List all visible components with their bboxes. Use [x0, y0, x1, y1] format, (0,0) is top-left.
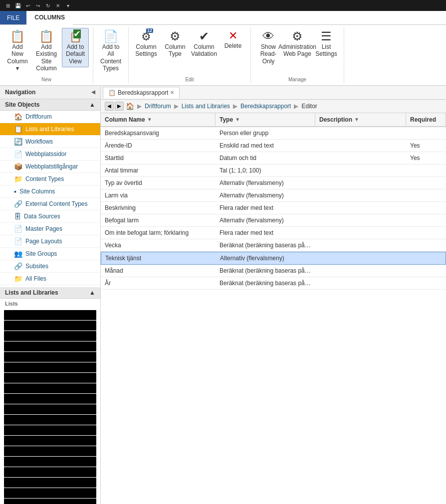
list-item-13[interactable] [4, 436, 96, 446]
list-item-18[interactable] [4, 488, 96, 498]
nav-item-lists-and-libraries[interactable]: 📋 Lists and Libraries [0, 123, 100, 136]
lists-and-libraries-section-header[interactable]: Lists and Libraries ▲ [0, 287, 100, 299]
list-item-15[interactable] [4, 457, 96, 467]
col-header-name[interactable]: Column Name ▼ [101, 113, 216, 126]
nav-item-master-pages[interactable]: 📄 Master Pages [0, 223, 100, 235]
cell-req-9 [406, 239, 446, 251]
col-header-type[interactable]: Type ▼ [216, 113, 315, 126]
ribbon-group-content-types: 📄 Add to AllContent Types [93, 27, 129, 83]
delete-button[interactable]: ✕ Delete [220, 28, 246, 52]
nav-item-data-sources[interactable]: 🗄 Data Sources [0, 210, 100, 223]
nav-item-site-groups[interactable]: 👥 Site Groups [0, 248, 100, 260]
list-item-3[interactable] [4, 331, 96, 341]
nav-item-webbplatssidor[interactable]: 📄 Webbplatssidor [0, 148, 100, 161]
column-type-button[interactable]: ⚙ ColumnType [162, 28, 189, 60]
tab-columns[interactable]: COLUMNS [26, 11, 73, 25]
cell-req-8 [406, 227, 446, 239]
quick-access-save[interactable]: 💾 [14, 1, 22, 9]
cell-req-0 [406, 127, 446, 139]
table-row[interactable]: Antal timmar Tal (1; 1,0; 100) [101, 165, 446, 177]
lists-label: Lists and Libraries [25, 126, 74, 133]
add-to-all-content-types-button[interactable]: 📄 Add to AllContent Types [97, 28, 124, 75]
quick-access-more[interactable]: ▾ [64, 1, 72, 9]
table-row[interactable]: Beskrivning Flera rader med text [101, 202, 446, 214]
add-existing-site-column-button[interactable]: 📋 Add ExistingSite Column [33, 28, 60, 75]
nav-item-subsites[interactable]: 🔗 Subsites [0, 260, 100, 273]
column-validation-icon: ✔ [199, 30, 209, 42]
list-item-8[interactable] [4, 383, 96, 393]
table-row[interactable]: Beredskapsansvarig Person eller grupp [101, 127, 446, 140]
table-row[interactable]: Vecka Beräknat (beräkning baseras på ... [101, 239, 446, 252]
cell-req-12 [406, 277, 446, 289]
quick-access-redo[interactable]: ↪ [34, 1, 42, 9]
column-settings-button[interactable]: ⚙ 12 ColumnSettings [133, 28, 160, 60]
table-row[interactable]: Teknisk tjänst Alternativ (flervalsmeny) [101, 252, 446, 265]
list-item-16[interactable] [4, 467, 96, 477]
administration-web-page-button[interactable]: ⚙ AdministrationWeb Page [284, 28, 311, 60]
list-item-12[interactable] [4, 425, 96, 435]
site-objects-header[interactable]: Site Objects ▲ [0, 99, 100, 111]
breadcrumb-driftforum[interactable]: Driftforum [145, 103, 171, 110]
ribbon-tabs: FILE COLUMNS [0, 11, 446, 25]
breadcrumb-home-icon: 🏠 [126, 102, 134, 110]
content-tab-close[interactable]: ✕ [170, 90, 174, 95]
breadcrumb-beredskapsrapport[interactable]: Beredskapsrapport [240, 103, 291, 110]
list-settings-button[interactable]: ☰ ListSettings [313, 28, 340, 60]
content-tab-beredskapsrapport[interactable]: 📋 Beredskapsrapport ✕ [103, 87, 180, 98]
table-row[interactable]: Starttid Datum och tid Yes [101, 152, 446, 165]
list-item-9[interactable] [4, 394, 96, 404]
list-item-2[interactable] [4, 321, 96, 331]
data-sources-label: Data Sources [24, 213, 60, 220]
table-row[interactable]: Befogat larm Alternativ (flervalsmeny) [101, 214, 446, 227]
show-read-only-button[interactable]: 👁 ShowRead-Only [255, 28, 282, 67]
table-row[interactable]: År Beräknat (beräkning baseras på ... [101, 277, 446, 290]
list-item-5[interactable] [4, 352, 96, 362]
nav-item-page-layouts[interactable]: 📄 Page Layouts [0, 235, 100, 248]
table-row[interactable]: Larm via Alternativ (flervalsmeny) [101, 189, 446, 202]
table-row[interactable]: Månad Beräknat (beräkning baseras på ... [101, 265, 446, 277]
nav-collapse-icon[interactable]: ◀ [91, 89, 95, 95]
column-validation-button[interactable]: ✔ ColumnValidation [191, 28, 218, 60]
list-item-11[interactable] [4, 415, 96, 425]
nav-item-workflows[interactable]: 🔄 Workflows [0, 136, 100, 148]
ribbon-group-edit: ⚙ 12 ColumnSettings ⚙ ColumnType ✔ Colum… [129, 27, 251, 83]
nav-item-driftforum[interactable]: 🏠 Driftforum [0, 111, 100, 123]
list-item-10[interactable] [4, 404, 96, 414]
list-item-4[interactable] [4, 341, 96, 351]
nav-item-all-files[interactable]: 📁 All Files [0, 273, 100, 285]
quick-access-undo[interactable]: ↩ [24, 1, 32, 9]
ribbon-group-content-types-items: 📄 Add to AllContent Types [97, 27, 124, 81]
cell-desc-6 [315, 202, 406, 214]
tab-file[interactable]: FILE [0, 11, 26, 24]
add-to-default-view-button[interactable]: ✔ 📋 Add toDefault View [62, 28, 89, 67]
cell-type-3: Tal (1; 1,0; 100) [216, 165, 315, 176]
table-row[interactable]: Om inte befogat larm; förklaring Flera r… [101, 227, 446, 239]
list-item-17[interactable] [4, 478, 96, 488]
add-to-content-types-icon: 📄 [103, 30, 118, 42]
nav-item-external-content-types[interactable]: 🔗 External Content Types [0, 198, 100, 210]
table-row[interactable]: Typ av övertid Alternativ (flervalsmeny) [101, 177, 446, 189]
list-item-7[interactable] [4, 373, 96, 383]
nav-item-content-types[interactable]: 📁 Content Types [0, 173, 100, 185]
col-header-required[interactable]: Required [406, 113, 446, 126]
col-header-description[interactable]: Description ▼ [315, 113, 406, 126]
add-new-column-button[interactable]: 📋 Add NewColumn ▾ [4, 28, 31, 75]
cell-req-2: Yes [406, 152, 446, 164]
quick-access-refresh[interactable]: ↻ [44, 1, 52, 9]
breadcrumb-lists-and-libraries[interactable]: Lists and Libraries [182, 103, 230, 110]
list-item-14[interactable] [4, 446, 96, 456]
breadcrumb-forward[interactable]: ▶ [115, 102, 124, 111]
lists-items-container [0, 309, 100, 504]
quick-access-stop[interactable]: ✕ [54, 1, 62, 9]
show-read-only-label: ShowRead-Only [256, 43, 280, 65]
list-item-19[interactable] [4, 499, 96, 504]
cell-name-10: Teknisk tjänst [101, 252, 216, 264]
nav-item-site-columns[interactable]: ▪ Site Columns [0, 185, 100, 198]
list-item-1[interactable] [4, 310, 96, 320]
table-row[interactable]: Ärende-ID Enskild rad med text Yes [101, 140, 446, 152]
nav-item-webbplatstillgangar[interactable]: 📦 Webbplatstillgångar [0, 161, 100, 173]
list-item-6[interactable] [4, 362, 96, 372]
cell-desc-11 [315, 265, 406, 277]
main-area: Navigation ◀ Site Objects ▲ 🏠 Driftforum… [0, 86, 446, 504]
breadcrumb-back[interactable]: ◀ [105, 102, 114, 111]
